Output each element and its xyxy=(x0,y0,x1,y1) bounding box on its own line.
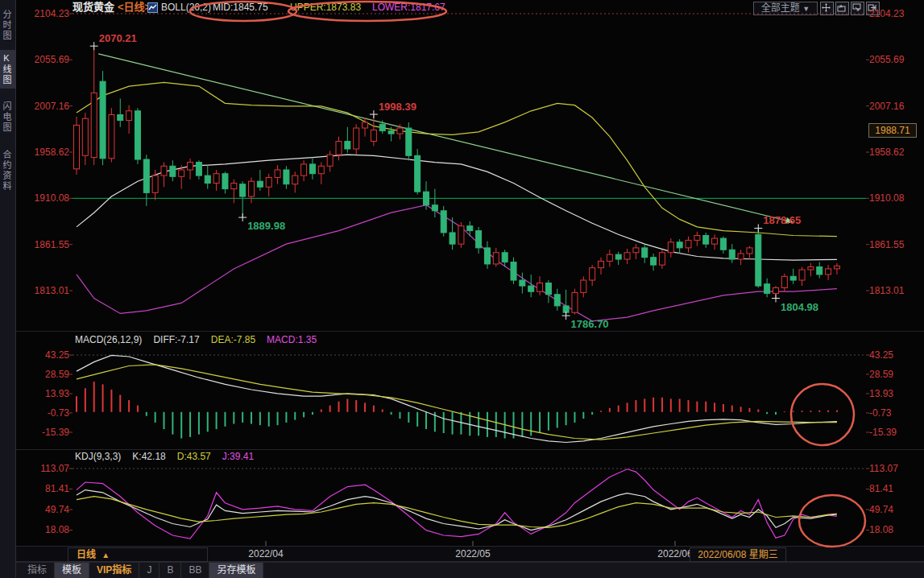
price-axis-label: 1861.55 xyxy=(19,239,69,250)
macd-macd-value: MACD:1.35 xyxy=(267,334,317,345)
bottom-toolbar: 指标 模板 VIP指标 J B BB 另存模板 xyxy=(16,562,924,578)
toolbar-vip-indicators-button[interactable]: VIP指标 xyxy=(89,563,139,578)
last-price-badge: 1988.71 xyxy=(868,123,917,138)
macd-axis-label: -15.39 xyxy=(19,427,69,438)
macd-axis-label: 13.93 xyxy=(869,388,921,399)
sidebar-tab-kline[interactable]: K线图 xyxy=(0,50,16,89)
macd-axis-label: 43.25 xyxy=(19,349,69,361)
timeframe-selector[interactable]: 日线 ▲ xyxy=(68,547,208,562)
macd-axis-label: -0.73 xyxy=(869,407,921,419)
toolbar-save-template-button[interactable]: 另存模板 xyxy=(209,563,263,578)
left-sidebar: 分时图 K线图 闪电图 合约资料 xyxy=(0,0,16,578)
kdj-axis-label: 113.07 xyxy=(869,463,921,474)
price-axis-label: 1910.08 xyxy=(19,192,69,204)
toolbar-template-button[interactable]: 模板 xyxy=(55,563,89,578)
macd-axis-label: 28.59 xyxy=(19,369,69,380)
price-axis-label: 1861.55 xyxy=(869,239,921,250)
timeframe-label: 日线 xyxy=(77,549,96,560)
macd-header: MACD(26,12,9)DIFF:-7.17DEA:-7.85MACD:1.3… xyxy=(75,334,328,346)
price-axis-label: 1958.62 xyxy=(19,147,69,158)
price-axis-label: 2055.69 xyxy=(19,54,69,65)
macd-diff-value: DIFF:-7.17 xyxy=(153,334,199,345)
macd-axis-label: -0.73 xyxy=(19,407,69,419)
macd-dea-value: DEA:-7.85 xyxy=(211,334,255,345)
kdj-axis-label: 113.07 xyxy=(19,463,69,474)
price-axis-label: 1813.01 xyxy=(869,285,921,296)
kdj-axis-label: 81.41 xyxy=(869,483,921,494)
kdj-axis-label: 18.08 xyxy=(869,524,921,535)
macd-axis-label: 28.59 xyxy=(869,369,921,380)
macd-title: MACD(26,12,9) xyxy=(75,334,142,345)
sidebar-tab-lightning[interactable]: 闪电图 xyxy=(0,98,16,136)
main-chart-canvas[interactable] xyxy=(73,8,866,330)
price-axis-label: 1958.62 xyxy=(869,147,921,158)
date-tick: 2022/05 xyxy=(441,548,505,559)
macd-pane-canvas[interactable] xyxy=(73,346,866,449)
toolbar-j-button[interactable]: J xyxy=(139,563,160,578)
kdj-pane-canvas[interactable] xyxy=(73,460,866,541)
toolbar-b-button[interactable]: B xyxy=(160,563,181,578)
macd-axis-label: -15.39 xyxy=(869,427,921,438)
price-axis-label: 2007.16 xyxy=(19,101,69,112)
date-tick: 2022/04 xyxy=(234,548,298,559)
triangle-up-icon: ▲ xyxy=(102,551,110,559)
price-axis-label: 1910.08 xyxy=(869,192,921,204)
kdj-axis-label: 81.41 xyxy=(19,483,69,494)
price-axis-label: 2104.23 xyxy=(869,8,921,19)
sidebar-tab-timeshare[interactable]: 分时图 xyxy=(0,6,16,44)
price-axis-label: 1813.01 xyxy=(19,285,69,296)
macd-axis-label: 13.93 xyxy=(19,388,69,399)
toolbar-bb-button[interactable]: BB xyxy=(181,563,209,578)
sidebar-tab-contract-info[interactable]: 合约资料 xyxy=(0,147,16,195)
kdj-axis-label: 49.74 xyxy=(19,504,69,515)
price-axis-label: 2007.16 xyxy=(869,101,921,112)
kdj-axis-label: 18.08 xyxy=(19,524,69,535)
current-date-badge: 2022/06/08 星期三 xyxy=(690,547,786,562)
toolbar-indicators-button[interactable]: 指标 xyxy=(20,563,55,578)
price-axis-label: 2104.23 xyxy=(19,8,69,19)
macd-axis-label: 43.25 xyxy=(869,349,921,361)
kdj-axis-label: 49.74 xyxy=(869,504,921,515)
price-axis-label: 2055.69 xyxy=(869,54,921,65)
